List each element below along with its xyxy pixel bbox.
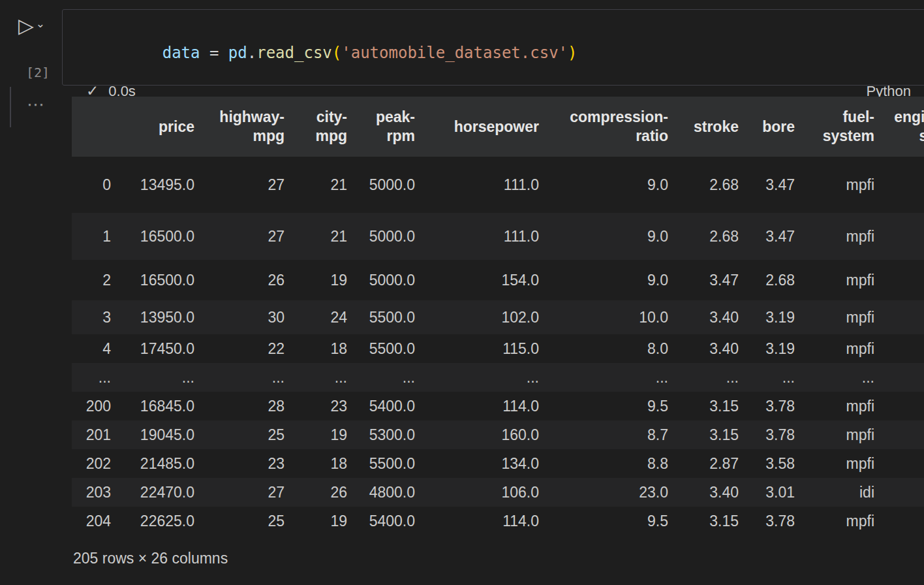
data-cell [882, 363, 924, 392]
column-header-price: price [119, 97, 202, 157]
data-cell: 102.0 [423, 300, 547, 334]
run-cell-button[interactable]: ▷ ⌄ [18, 14, 45, 38]
row-index-cell: 3 [72, 300, 119, 334]
data-cell: 26 [292, 478, 355, 507]
column-header-highway-mpg: highway-mpg [202, 97, 292, 157]
data-cell: ... [202, 363, 292, 392]
data-cell: 19 [292, 420, 355, 449]
data-cell: 111.0 [423, 157, 547, 213]
table-row: 116500.027215000.0111.09.02.683.47mpfi [72, 213, 924, 260]
data-cell: mpfi [803, 420, 882, 449]
code-token: ) [568, 44, 577, 62]
data-cell: 18 [292, 449, 355, 478]
cell-focus-indicator [10, 87, 11, 127]
data-cell: 16500.0 [119, 260, 202, 300]
table-row: 20221485.023185500.0134.08.82.873.58mpfi [72, 449, 924, 478]
code-token: read_csv [256, 44, 332, 62]
data-cell: 3.78 [747, 392, 803, 420]
code-token: ( [332, 44, 341, 62]
data-cell [882, 420, 924, 449]
row-index-cell: 4 [72, 334, 119, 363]
data-cell: 10.0 [547, 300, 676, 334]
dataframe-table: pricehighway-mpgcity-mpgpeak-rpmhorsepow… [72, 97, 924, 535]
data-cell: 21 [292, 157, 355, 213]
data-cell: 5500.0 [355, 334, 423, 363]
data-cell: 9.0 [547, 260, 676, 300]
data-cell: 23 [292, 392, 355, 420]
data-cell: 21485.0 [119, 449, 202, 478]
data-cell: 5000.0 [355, 213, 423, 260]
data-cell: 30 [202, 300, 292, 334]
code-cell: data = pd.read_csv('automobile_dataset.c… [62, 9, 924, 86]
row-index-cell: 200 [72, 392, 119, 420]
data-cell: ... [119, 363, 202, 392]
data-cell: 23 [202, 449, 292, 478]
data-cell: mpfi [803, 334, 882, 363]
index-column-header [72, 97, 119, 157]
data-cell: 19 [292, 260, 355, 300]
data-cell: 21 [292, 213, 355, 260]
data-cell: 22 [202, 334, 292, 363]
data-cell: 3.47 [747, 213, 803, 260]
data-cell: 23.0 [547, 478, 676, 507]
data-cell: 3.78 [747, 507, 803, 535]
data-cell: 17450.0 [119, 334, 202, 363]
data-cell: 3.78 [747, 420, 803, 449]
data-cell: 16845.0 [119, 392, 202, 420]
data-cell: ... [292, 363, 355, 392]
table-row: 20322470.027264800.0106.023.03.403.01idi [72, 478, 924, 507]
code-token: data [162, 44, 200, 62]
data-cell: 111.0 [423, 213, 547, 260]
code-line: data = pd.read_csv('automobile_dataset.c… [162, 44, 578, 62]
play-icon[interactable]: ▷ [18, 14, 34, 38]
chevron-down-icon[interactable]: ⌄ [36, 18, 45, 29]
data-cell: idi [803, 478, 882, 507]
column-header-fuel-system: fuel-system [803, 97, 882, 157]
data-cell: 106.0 [423, 478, 547, 507]
output-options-ellipsis-icon[interactable]: ⋯ [27, 96, 45, 114]
data-cell: 3.01 [747, 478, 803, 507]
data-cell: 27 [202, 213, 292, 260]
row-index-cell: 202 [72, 449, 119, 478]
data-cell: 5300.0 [355, 420, 423, 449]
dataframe-output: pricehighway-mpgcity-mpgpeak-rpmhorsepow… [72, 97, 924, 567]
data-cell: 13950.0 [119, 300, 202, 334]
data-cell: mpfi [803, 213, 882, 260]
data-cell: 25 [202, 507, 292, 535]
data-cell: 3.40 [676, 478, 747, 507]
data-cell [882, 478, 924, 507]
data-cell: mpfi [803, 507, 882, 535]
data-cell: 9.5 [547, 507, 676, 535]
data-cell: 19045.0 [119, 420, 202, 449]
row-index-cell: 0 [72, 157, 119, 213]
column-header-stroke: stroke [676, 97, 747, 157]
data-cell: 160.0 [423, 420, 547, 449]
data-cell: 134.0 [423, 449, 547, 478]
data-cell: ... [355, 363, 423, 392]
data-cell: 3.15 [676, 507, 747, 535]
column-header-horsepower: horsepower [423, 97, 547, 157]
data-cell: 18 [292, 334, 355, 363]
data-cell [882, 300, 924, 334]
data-cell: 3.58 [747, 449, 803, 478]
data-cell: ... [547, 363, 676, 392]
row-index-cell: ... [72, 363, 119, 392]
code-editor[interactable]: data = pd.read_csv('automobile_dataset.c… [63, 10, 924, 82]
data-cell: 16500.0 [119, 213, 202, 260]
data-cell: 5400.0 [355, 507, 423, 535]
row-index-cell: 203 [72, 478, 119, 507]
data-cell: 4800.0 [355, 478, 423, 507]
data-cell: 8.7 [547, 420, 676, 449]
data-cell: 22470.0 [119, 478, 202, 507]
data-cell: ... [803, 363, 882, 392]
code-token: pd [228, 44, 247, 62]
data-cell: 3.47 [676, 260, 747, 300]
column-header-city-mpg: city-mpg [292, 97, 355, 157]
data-cell: 24 [292, 300, 355, 334]
data-cell: 8.8 [547, 449, 676, 478]
row-index-cell: 201 [72, 420, 119, 449]
data-cell: 27 [202, 478, 292, 507]
data-cell: 2.68 [747, 260, 803, 300]
data-cell: mpfi [803, 300, 882, 334]
data-cell: 114.0 [423, 392, 547, 420]
